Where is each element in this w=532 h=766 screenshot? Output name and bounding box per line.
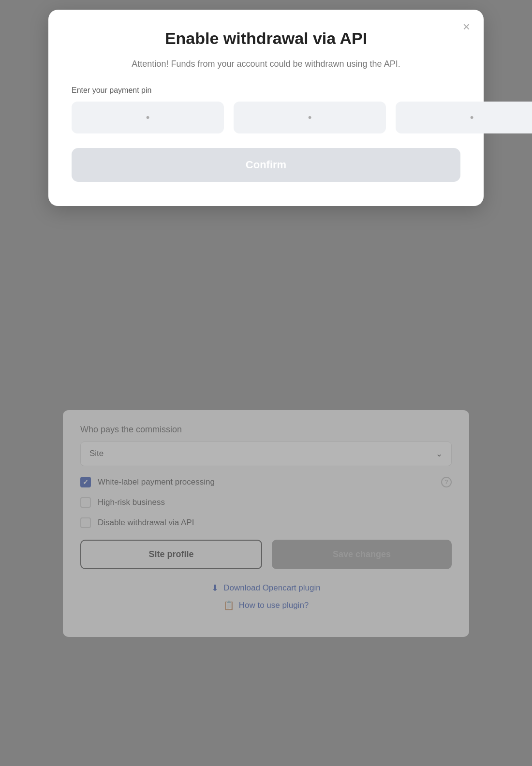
modal-overlay: × Enable withdrawal via API Attention! F… [0, 0, 532, 766]
pin-label: Enter your payment pin [72, 86, 460, 95]
modal-description: Attention! Funds from your account could… [72, 58, 460, 71]
pin-inputs-group [72, 102, 460, 133]
pin-input-2[interactable] [234, 102, 386, 133]
pin-input-1[interactable] [72, 102, 224, 133]
confirm-button[interactable]: Confirm [72, 148, 460, 182]
modal-title: Enable withdrawal via API [72, 29, 460, 48]
modal-dialog: × Enable withdrawal via API Attention! F… [48, 10, 484, 206]
pin-input-3[interactable] [396, 102, 532, 133]
close-button[interactable]: × [463, 20, 470, 33]
